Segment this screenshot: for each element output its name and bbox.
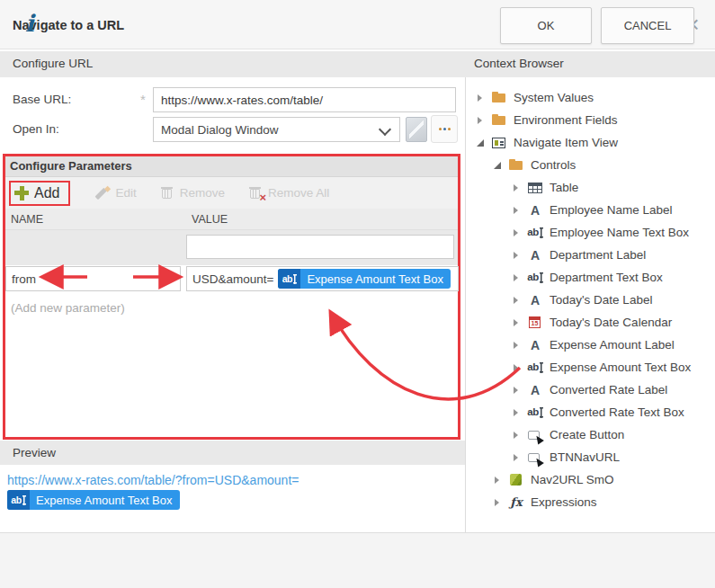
tree-item[interactable]: Converted Rate Text Box	[466, 401, 715, 423]
tree-item[interactable]: Expense Amount Text Box	[466, 356, 715, 379]
tree-item[interactable]: Controls	[466, 154, 715, 176]
tree-item-label: Department Text Box	[550, 271, 663, 284]
expand-arrow-icon[interactable]	[513, 273, 521, 282]
tree-item-icon	[491, 91, 507, 105]
tree-item-label: Expressions	[531, 495, 597, 509]
tree-item[interactable]: Environment Fields	[466, 109, 715, 131]
expand-arrow-icon[interactable]	[494, 498, 502, 507]
tree-item-icon	[527, 338, 543, 352]
ok-button[interactable]: OK	[500, 7, 592, 44]
expand-arrow-icon[interactable]	[513, 408, 521, 417]
new-parameter-value-input[interactable]	[186, 235, 454, 259]
tree-item-label: Expense Amount Text Box	[550, 361, 691, 374]
chevron-down-icon	[379, 123, 391, 136]
tree-item-icon	[527, 428, 543, 442]
required-asterisk: *	[140, 92, 146, 107]
tree-item[interactable]: Table	[466, 176, 715, 199]
tree-item-icon	[527, 450, 543, 465]
expand-arrow-icon[interactable]	[513, 318, 521, 327]
tree-item[interactable]: Department Label	[466, 244, 715, 266]
tree-item-icon	[527, 248, 543, 263]
trash-icon	[161, 186, 174, 200]
expand-arrow-icon[interactable]	[513, 341, 521, 350]
tree-item[interactable]: Nav2URL SmO	[466, 468, 715, 491]
ellipsis-icon	[439, 128, 442, 130]
parameters-grid-header: NAME VALUE	[5, 209, 458, 230]
tree-item[interactable]: Navigate Item View	[466, 131, 715, 154]
tree-item-label: Navigate Item View	[514, 136, 618, 149]
add-new-parameter-placeholder[interactable]: (Add new parameter)	[5, 301, 458, 315]
expand-arrow-icon[interactable]	[513, 453, 521, 462]
tree-item[interactable]: Today's Date Calendar	[466, 311, 715, 334]
tree-item-label: Table	[550, 181, 578, 194]
expand-arrow-icon[interactable]	[477, 94, 485, 102]
expand-arrow-icon[interactable]	[494, 161, 502, 170]
trash-x-icon: ×	[249, 186, 262, 200]
parameter-row-from: from USD&amount= ab Expense Amount Text …	[5, 265, 458, 293]
context-browser-heading: Context Browser	[474, 57, 564, 70]
expand-arrow-icon[interactable]	[513, 386, 521, 395]
tree-item[interactable]: Expressions	[466, 491, 715, 513]
parameter-value-box[interactable]: USD&amount= ab Expense Amount Text Box	[186, 266, 459, 291]
expand-arrow-icon[interactable]	[513, 296, 521, 305]
tree-item-label: Create Button	[550, 428, 624, 441]
tree-item[interactable]: BTNNavURL	[466, 446, 715, 468]
tree-item[interactable]: System Values	[466, 86, 715, 109]
tree-item-label: Environment Fields	[514, 113, 618, 127]
tree-item[interactable]: Create Button	[466, 423, 715, 446]
plus-icon	[14, 186, 29, 200]
tree-item-label: Employee Name Label	[550, 203, 673, 217]
expense-amount-chip[interactable]: ab Expense Amount Text Box	[278, 269, 451, 289]
parameter-name-box[interactable]: from	[5, 266, 181, 291]
tree-item-label: Controls	[531, 158, 576, 172]
textbox-icon: ab	[278, 269, 300, 289]
expand-arrow-icon[interactable]	[477, 138, 485, 147]
dialog-footer	[0, 532, 715, 588]
remove-all-parameters-button[interactable]: × Remove All	[249, 186, 329, 200]
tree-item-icon	[527, 293, 543, 307]
open-in-select[interactable]: Modal Dialog Window	[153, 117, 400, 142]
style-picker-button[interactable]	[406, 117, 427, 142]
tree-item[interactable]: Today's Date Label	[466, 289, 715, 311]
expand-arrow-icon[interactable]	[513, 431, 521, 440]
info-icon: i	[25, 10, 34, 37]
expand-arrow-icon[interactable]	[513, 183, 521, 192]
tree-item[interactable]: Employee Name Label	[466, 199, 715, 221]
configure-parameters-heading: Configure Parameters	[5, 156, 458, 177]
chip-label: Expense Amount Text Box	[307, 272, 443, 286]
configure-url-heading: Configure URL	[13, 57, 93, 70]
cancel-button[interactable]: CANCEL	[601, 7, 694, 44]
preview-url-link[interactable]: https://www.x-rates.com/table/?from=USD&…	[7, 473, 299, 487]
expand-arrow-icon[interactable]	[477, 116, 485, 125]
navigate-to-url-dialog: Navigate to a URL × Configure URL Contex…	[0, 0, 715, 588]
expand-arrow-icon[interactable]	[513, 228, 521, 237]
tree-item-label: BTNNavURL	[550, 450, 620, 464]
expand-arrow-icon[interactable]	[513, 363, 521, 372]
ellipsis-button[interactable]	[431, 115, 458, 143]
value-column-header: VALUE	[186, 213, 228, 226]
tree-item[interactable]: Employee Name Text Box	[466, 221, 715, 244]
tree-item[interactable]: Converted Rate Label	[466, 379, 715, 401]
tree-item-icon	[527, 181, 543, 195]
tree-item[interactable]: Department Text Box	[466, 266, 715, 289]
remove-parameter-button[interactable]: Remove	[161, 186, 225, 200]
tree-item-icon	[508, 473, 524, 487]
tree-item-label: Converted Rate Label	[550, 383, 667, 396]
add-parameter-button[interactable]: Add	[9, 181, 70, 206]
base-url-input[interactable]	[153, 87, 456, 112]
tree-item-icon	[527, 226, 543, 240]
edit-parameter-button[interactable]: Edit	[94, 186, 136, 200]
preview-heading: Preview	[0, 441, 465, 465]
expand-arrow-icon[interactable]	[513, 251, 521, 260]
base-url-label: Base URL:	[13, 93, 71, 106]
expand-arrow-icon[interactable]	[513, 206, 521, 215]
tree-item[interactable]: Expense Amount Label	[466, 334, 715, 356]
tree-item-label: Nav2URL SmO	[531, 473, 614, 486]
tree-item-label: Employee Name Text Box	[550, 226, 689, 239]
preview-expense-amount-chip[interactable]: ab Expense Amount Text Box	[7, 490, 180, 510]
expand-arrow-icon[interactable]	[494, 476, 502, 485]
tree-item-label: Today's Date Label	[550, 293, 652, 307]
tree-item-label: Converted Rate Text Box	[550, 405, 684, 419]
tree-item-icon	[527, 361, 543, 375]
tree-item-label: Expense Amount Label	[550, 338, 675, 352]
